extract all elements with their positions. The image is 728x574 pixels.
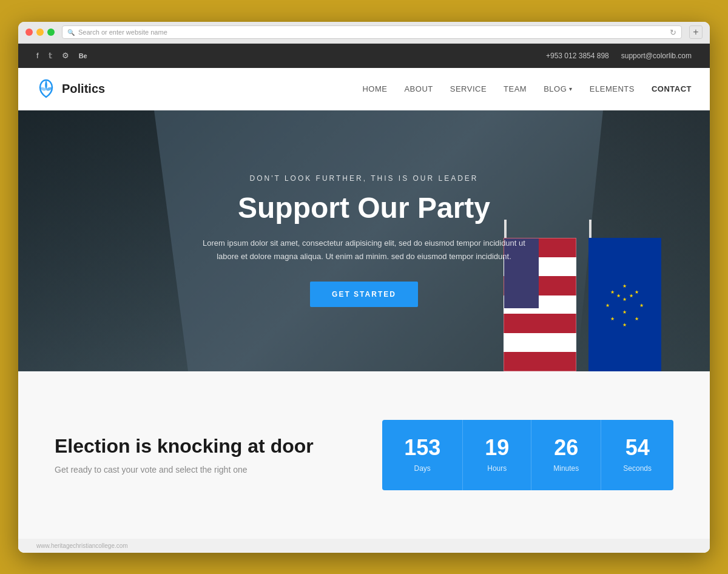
svg-text:★: ★: [629, 293, 633, 299]
minutes-number: 26: [553, 437, 579, 459]
svg-text:★: ★: [635, 316, 639, 322]
svg-text:★: ★: [616, 293, 621, 299]
navbar: Politics HOME ABOUT SERVICE TEAM BLOG ▾ …: [18, 68, 710, 110]
nav-home[interactable]: HOME: [362, 84, 387, 93]
countdown-subtitle: Get ready to cast your vote and select t…: [55, 465, 382, 474]
svg-text:★: ★: [622, 322, 627, 328]
hero-description: Lorem ipsum dolor sit amet, consectetur …: [197, 237, 531, 263]
contact-info: +953 012 3854 898 support@colorlib.com: [546, 52, 692, 60]
svg-text:★: ★: [610, 289, 615, 295]
browser-titlebar: 🔍 Search or enter website name ↻ +: [18, 22, 710, 44]
nav-menu: HOME ABOUT SERVICE TEAM BLOG ▾ ELEMENTS …: [362, 84, 692, 93]
svg-text:★: ★: [622, 283, 627, 289]
browser-buttons: [25, 29, 55, 36]
maximize-button[interactable]: [47, 29, 55, 36]
minimize-button[interactable]: [36, 29, 44, 36]
nav-blog[interactable]: BLOG ▾: [544, 84, 573, 93]
logo[interactable]: Politics: [36, 79, 105, 98]
hours-number: 19: [485, 437, 509, 459]
hero-title: Support Our Party: [197, 192, 531, 225]
countdown-seconds: 54 Seconds: [601, 420, 673, 490]
email-address: support@colorlib.com: [621, 52, 692, 60]
countdown-hours: 19 Hours: [463, 420, 531, 490]
countdown-timer: 153 Days 19 Hours 26 Minutes 54 Seconds: [382, 420, 673, 490]
settings-icon[interactable]: ⚙: [62, 51, 69, 60]
address-bar[interactable]: 🔍 Search or enter website name ↻: [62, 25, 682, 39]
minutes-label: Minutes: [553, 464, 579, 473]
flag-eu: ★ ★ ★ ★ ★ ★ ★ ★ ★ ★ ★ ★: [588, 238, 661, 371]
behance-icon[interactable]: Be: [79, 52, 87, 59]
hours-label: Hours: [487, 464, 507, 473]
social-links: f 𝕥 ⚙ Be: [36, 51, 87, 60]
close-button[interactable]: [25, 29, 33, 36]
twitter-icon[interactable]: 𝕥: [49, 51, 52, 60]
watermark-text: www.heritagechristiancollege.com: [36, 542, 128, 549]
logo-icon: [36, 79, 56, 98]
days-number: 153: [404, 437, 440, 459]
countdown-days: 153 Days: [382, 420, 463, 490]
nav-elements[interactable]: ELEMENTS: [590, 84, 635, 93]
nav-team[interactable]: TEAM: [504, 84, 527, 93]
site-wrapper: f 𝕥 ⚙ Be +953 012 3854 898 support@color…: [18, 44, 710, 553]
seconds-number: 54: [623, 437, 652, 459]
svg-text:★: ★: [605, 303, 610, 308]
seconds-label: Seconds: [623, 464, 652, 473]
hero-content: DON'T LOOK FURTHER, THIS IS OUR LEADER S…: [197, 174, 531, 307]
countdown-minutes: 26 Minutes: [531, 420, 601, 490]
days-label: Days: [414, 464, 431, 473]
svg-text:★: ★: [622, 297, 627, 302]
nav-service[interactable]: SERVICE: [450, 84, 487, 93]
logo-text: Politics: [62, 82, 105, 96]
nav-contact[interactable]: CONTACT: [652, 84, 692, 93]
svg-text:★: ★: [639, 303, 644, 308]
countdown-text: Election is knocking at door Get ready t…: [55, 435, 382, 474]
svg-text:★: ★: [610, 316, 615, 322]
eu-stars-icon: ★ ★ ★ ★ ★ ★ ★ ★ ★ ★ ★ ★: [601, 280, 649, 329]
facebook-icon[interactable]: f: [36, 51, 39, 60]
topbar: f 𝕥 ⚙ Be +953 012 3854 898 support@color…: [18, 44, 710, 68]
phone-number: +953 012 3854 898: [546, 52, 609, 60]
countdown-title: Election is knocking at door: [55, 435, 382, 458]
hero-section: ★ ★ ★ ★ ★ ★ ★ ★ ★ ★ ★ ★: [18, 110, 710, 371]
search-icon: 🔍: [67, 29, 75, 36]
svg-text:★: ★: [622, 309, 627, 315]
get-started-button[interactable]: GET STARTED: [310, 282, 418, 307]
refresh-icon[interactable]: ↻: [670, 28, 676, 37]
new-tab-button[interactable]: +: [689, 25, 703, 39]
watermark: www.heritagechristiancollege.com: [18, 539, 710, 553]
countdown-section: Election is knocking at door Get ready t…: [18, 371, 710, 539]
dropdown-arrow-icon: ▾: [569, 86, 573, 92]
browser-window: 🔍 Search or enter website name ↻ + f 𝕥 ⚙…: [18, 22, 710, 553]
address-text: Search or enter website name: [78, 29, 167, 36]
svg-text:★: ★: [635, 289, 639, 295]
nav-about[interactable]: ABOUT: [404, 84, 433, 93]
hero-subtitle: DON'T LOOK FURTHER, THIS IS OUR LEADER: [197, 174, 531, 183]
